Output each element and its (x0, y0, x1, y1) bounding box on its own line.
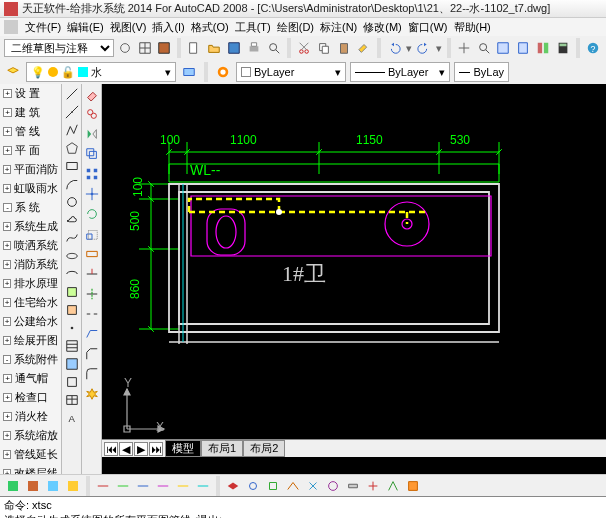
menu-item[interactable]: 帮助(H) (451, 20, 494, 35)
tree-expand-icon[interactable]: + (3, 146, 12, 155)
block-icon[interactable] (64, 302, 80, 318)
menu-item[interactable]: 工具(T) (232, 20, 274, 35)
circle-icon[interactable] (64, 194, 80, 210)
sidebar-item[interactable]: +虹吸雨水 (0, 179, 61, 198)
tab-layout2[interactable]: 布局2 (243, 440, 285, 457)
tab-layout1[interactable]: 布局1 (201, 440, 243, 457)
workspace-settings-icon[interactable] (116, 39, 134, 57)
bt-2[interactable] (24, 477, 42, 495)
sidebar-item[interactable]: +消防系统 (0, 255, 61, 274)
explode-icon[interactable] (84, 386, 100, 402)
line-icon[interactable] (64, 86, 80, 102)
copy2-icon[interactable] (84, 106, 100, 122)
save-icon[interactable] (225, 39, 243, 57)
tree-expand-icon[interactable]: + (3, 317, 11, 326)
menu-item[interactable]: 视图(V) (107, 20, 150, 35)
gear-icon[interactable] (4, 20, 18, 34)
grid-icon[interactable] (136, 39, 154, 57)
lineweight-dropdown[interactable]: ByLay (454, 62, 509, 82)
sidebar-item[interactable]: -系统附件 (0, 350, 61, 369)
tree-expand-icon[interactable]: + (3, 393, 12, 402)
rotate-icon[interactable] (84, 206, 100, 222)
bt-line4[interactable] (154, 477, 172, 495)
redo-icon[interactable] (415, 39, 433, 57)
layer-dropdown[interactable]: 💡 🔓 水 ▾ (26, 62, 176, 82)
tree-expand-icon[interactable]: + (3, 127, 12, 136)
scale-icon[interactable] (84, 226, 100, 242)
matchprop-icon[interactable] (355, 39, 373, 57)
spline-icon[interactable] (64, 230, 80, 246)
tree-expand-icon[interactable]: + (3, 450, 11, 459)
sidebar-item[interactable]: +检查口 (0, 388, 61, 407)
bt-line3[interactable] (134, 477, 152, 495)
tree-expand-icon[interactable]: + (3, 469, 11, 474)
tree-expand-icon[interactable]: + (3, 374, 12, 383)
bt-line5[interactable] (174, 477, 192, 495)
drawing-canvas[interactable]: 100 1100 1150 530 100 500 860 WL-- 1#卫 X… (102, 84, 606, 439)
menu-item[interactable]: 窗口(W) (405, 20, 451, 35)
layer-prev-icon[interactable] (180, 63, 198, 81)
side-tree[interactable]: +设 置+建 筑+管 线+平 面+平面消防+虹吸雨水-系 统+系统生成+喷洒系统… (0, 84, 62, 474)
tree-expand-icon[interactable]: + (3, 241, 11, 250)
bt-3[interactable] (44, 477, 62, 495)
layer-manager-icon[interactable] (4, 63, 22, 81)
tree-expand-icon[interactable]: + (3, 431, 11, 440)
copy-icon[interactable] (315, 39, 333, 57)
bt-line1[interactable] (94, 477, 112, 495)
menu-item[interactable]: 标注(N) (317, 20, 360, 35)
workspace-selector[interactable]: 二维草图与注释 (4, 39, 114, 57)
tree-expand-icon[interactable]: + (3, 260, 11, 269)
tab-next-icon[interactable]: ▶ (134, 442, 148, 456)
properties-icon[interactable] (494, 39, 512, 57)
sidebar-item[interactable]: +平 面 (0, 141, 61, 160)
open-icon[interactable] (205, 39, 223, 57)
new-icon[interactable] (185, 39, 203, 57)
xline-icon[interactable] (64, 104, 80, 120)
sheetset-icon[interactable] (514, 39, 532, 57)
table-icon[interactable] (64, 392, 80, 408)
sidebar-item[interactable]: +管线延长 (0, 445, 61, 464)
mirror-icon[interactable] (84, 126, 100, 142)
bt-valve1[interactable] (224, 477, 242, 495)
tree-expand-icon[interactable]: + (3, 108, 12, 117)
arc-icon[interactable] (64, 176, 80, 192)
ellipse-icon[interactable] (64, 248, 80, 264)
help-icon[interactable]: ? (584, 39, 602, 57)
offset-icon[interactable] (84, 146, 100, 162)
chamfer-icon[interactable] (84, 346, 100, 362)
bt-sym7[interactable] (404, 477, 422, 495)
undo-icon[interactable] (385, 39, 403, 57)
color-control-icon[interactable] (214, 63, 232, 81)
sidebar-item[interactable]: +绘展开图 (0, 331, 61, 350)
tree-expand-icon[interactable]: + (3, 298, 11, 307)
tree-expand-icon[interactable]: - (3, 355, 11, 364)
insert-icon[interactable] (64, 284, 80, 300)
point-icon[interactable] (64, 320, 80, 336)
bt-sym4[interactable] (344, 477, 362, 495)
rectangle-icon[interactable] (64, 158, 80, 174)
tab-prev-icon[interactable]: ◀ (119, 442, 133, 456)
revcloud-icon[interactable] (64, 212, 80, 228)
sidebar-item[interactable]: +排水原理 (0, 274, 61, 293)
bt-valve2[interactable] (244, 477, 262, 495)
extend-icon[interactable] (84, 286, 100, 302)
move-icon[interactable] (84, 186, 100, 202)
bt-line2[interactable] (114, 477, 132, 495)
pan-icon[interactable] (455, 39, 473, 57)
sidebar-item[interactable]: +喷洒系统 (0, 236, 61, 255)
menu-item[interactable]: 绘图(D) (274, 20, 317, 35)
fillet-icon[interactable] (84, 366, 100, 382)
plot-preview-icon[interactable] (265, 39, 283, 57)
sidebar-item[interactable]: +通气帽 (0, 369, 61, 388)
color-dropdown[interactable]: ByLayer ▾ (236, 62, 346, 82)
menu-item[interactable]: 格式(O) (188, 20, 232, 35)
sidebar-item[interactable]: +管 线 (0, 122, 61, 141)
hatch-icon[interactable] (64, 338, 80, 354)
tab-model[interactable]: 模型 (165, 440, 201, 457)
polyline-icon[interactable] (64, 122, 80, 138)
ws-icon[interactable] (155, 39, 173, 57)
gradient-icon[interactable] (64, 356, 80, 372)
bt-line6[interactable] (194, 477, 212, 495)
sidebar-item[interactable]: +住宅给水 (0, 293, 61, 312)
array-icon[interactable] (84, 166, 100, 182)
